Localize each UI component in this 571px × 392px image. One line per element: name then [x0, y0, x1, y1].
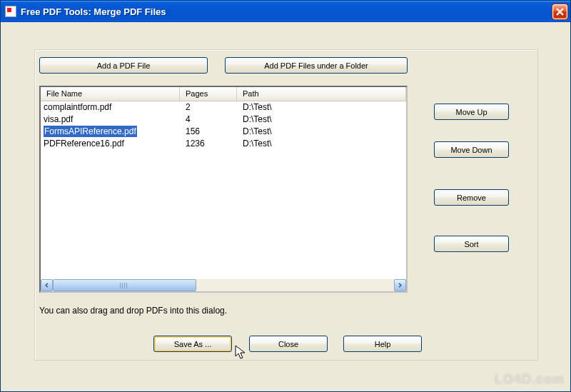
cell-pages: 1236 — [186, 138, 243, 150]
cell-path: D:\Test\ — [243, 138, 406, 150]
horizontal-scrollbar[interactable] — [41, 279, 406, 291]
remove-button[interactable]: Remove — [434, 189, 509, 206]
cell-pages: 4 — [186, 114, 243, 126]
add-pdf-folder-button[interactable]: Add PDF Files under a Folder — [225, 57, 408, 74]
cell-filename: visa.pdf — [44, 114, 73, 124]
table-row[interactable]: FormsAPIReference.pdf156D:\Test\ — [41, 126, 406, 138]
cell-filename: FormsAPIReference.pdf — [44, 126, 137, 137]
close-button[interactable]: Close — [249, 336, 328, 352]
cell-filename: complaintform.pdf — [44, 102, 111, 112]
table-row[interactable]: complaintform.pdf2D:\Test\ — [41, 101, 406, 114]
cell-path: D:\Test\ — [243, 126, 406, 138]
table-row[interactable]: visa.pdf4D:\Test\ — [41, 114, 406, 126]
app-icon — [5, 6, 16, 17]
chevron-left-icon — [44, 283, 49, 288]
cell-path: D:\Test\ — [243, 114, 406, 126]
drag-drop-hint: You can also drag and drop PDFs into thi… — [39, 306, 227, 323]
titlebar[interactable]: Free PDF Tools: Merge PDF Files — [1, 1, 570, 22]
scroll-left-button[interactable] — [41, 279, 53, 291]
chevron-right-icon — [398, 283, 403, 288]
client-area: Add a PDF File Add PDF Files under a Fol… — [3, 22, 568, 389]
column-header-pages[interactable]: Pages — [180, 87, 237, 101]
scrollbar-track[interactable] — [53, 279, 394, 291]
window-title: Free PDF Tools: Merge PDF Files — [21, 6, 552, 17]
cell-path: D:\Test\ — [243, 101, 406, 114]
file-list-header[interactable]: File Name Pages Path — [41, 87, 406, 101]
cell-pages: 2 — [186, 101, 243, 114]
column-header-filename[interactable]: File Name — [41, 87, 180, 101]
cell-pages: 156 — [186, 126, 243, 138]
sort-button[interactable]: Sort — [434, 236, 509, 252]
cell-filename: PDFReference16.pdf — [44, 139, 124, 149]
mouse-cursor-icon — [235, 345, 248, 361]
add-pdf-file-button[interactable]: Add a PDF File — [39, 57, 208, 74]
main-panel: Add a PDF File Add PDF Files under a Fol… — [34, 49, 538, 361]
file-list-body[interactable]: complaintform.pdf2D:\Test\visa.pdf4D:\Te… — [41, 101, 406, 279]
save-as-button[interactable]: Save As ... — [153, 336, 232, 352]
dialog-window: Free PDF Tools: Merge PDF Files Add a PD… — [0, 0, 571, 392]
close-icon — [556, 8, 564, 16]
column-header-path[interactable]: Path — [237, 87, 406, 101]
move-up-button[interactable]: Move Up — [434, 104, 509, 120]
file-list[interactable]: File Name Pages Path complaintform.pdf2D… — [39, 86, 408, 293]
scroll-right-button[interactable] — [394, 279, 406, 291]
table-row[interactable]: PDFReference16.pdf1236D:\Test\ — [41, 138, 406, 150]
window-close-button[interactable] — [552, 4, 567, 19]
help-button[interactable]: Help — [343, 336, 422, 352]
scrollbar-thumb[interactable] — [53, 279, 196, 291]
move-down-button[interactable]: Move Down — [434, 141, 509, 158]
